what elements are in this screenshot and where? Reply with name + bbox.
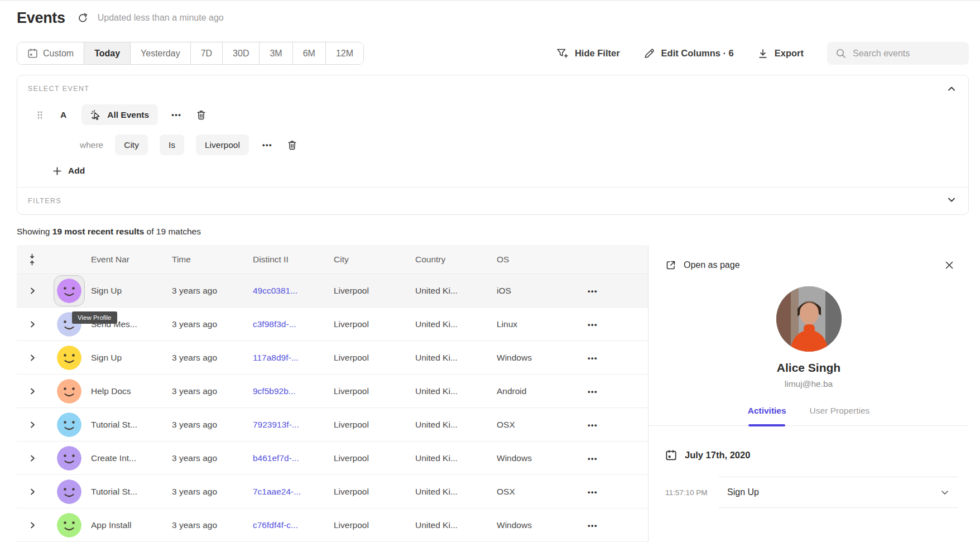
events-page: Events Updated less than a minute ago Cu…	[0, 1, 980, 542]
event-more-button[interactable]: •••	[171, 111, 181, 119]
country-cell: United Ki...	[415, 420, 497, 430]
table-row[interactable]: App Install 3 years ago c76fdf4f-c... Li…	[17, 509, 648, 542]
date-range-6m[interactable]: 6M	[292, 42, 325, 64]
row-actions-button[interactable]: •••	[588, 354, 598, 362]
row-expander[interactable]	[17, 353, 47, 362]
event-selector-chip[interactable]: All Events	[81, 104, 158, 125]
column-header-os[interactable]: OS	[497, 255, 581, 265]
city-cell: Liverpool	[334, 353, 415, 363]
filters-section[interactable]: FILTERS	[17, 188, 968, 214]
row-expander[interactable]	[17, 420, 47, 429]
user-avatar[interactable]	[57, 446, 81, 471]
open-as-page-button[interactable]: Open as page	[665, 260, 740, 271]
filters-label: FILTERS	[28, 197, 61, 205]
add-label: Add	[68, 166, 85, 176]
row-actions-button[interactable]: •••	[588, 454, 598, 463]
filter-property-chip[interactable]: City	[115, 135, 148, 155]
event-name: Help Docs	[91, 386, 172, 396]
select-event-label: SELECT EVENT	[28, 85, 968, 93]
user-avatar[interactable]	[54, 275, 85, 306]
column-header-time[interactable]: Time	[172, 255, 253, 265]
distinct-id-link[interactable]: 49cc0381...	[253, 286, 334, 296]
user-avatar[interactable]	[57, 379, 81, 404]
delete-event-button[interactable]	[196, 109, 206, 121]
row-expander[interactable]	[17, 320, 47, 329]
export-label: Export	[775, 48, 804, 59]
user-avatar[interactable]	[57, 479, 81, 504]
distinct-id-link[interactable]: 9cf5b92b...	[253, 386, 334, 396]
date-range-today[interactable]: Today	[84, 42, 130, 64]
table-row[interactable]: Tutorial St... 3 years ago 7923913f-... …	[17, 408, 648, 442]
profile-panel: Open as page	[648, 245, 969, 542]
row-actions-button[interactable]: •••	[588, 387, 598, 396]
expand-filters-button[interactable]	[947, 195, 957, 204]
results-count: 19 most recent results	[52, 227, 145, 236]
date-range-3m[interactable]: 3M	[259, 42, 292, 64]
open-as-page-label: Open as page	[684, 260, 740, 270]
distinct-id-link[interactable]: c76fdf4f-c...	[253, 520, 334, 530]
table-row[interactable]: Help Docs 3 years ago 9cf5b92b... Liverp…	[17, 375, 648, 408]
event-time: 3 years ago	[172, 319, 253, 329]
tab-user-properties[interactable]: User Properties	[809, 406, 871, 425]
row-expander[interactable]	[17, 521, 47, 530]
country-cell: United Ki...	[415, 453, 497, 463]
table-row[interactable]: Sign Up 3 years ago 117a8d9f-... Liverpo…	[17, 341, 648, 375]
view-profile-tooltip: View Profile	[72, 311, 117, 324]
column-header-distinct-id[interactable]: Distinct II	[253, 255, 334, 265]
table-row[interactable]: Tutorial St... 3 years ago 7c1aae24-... …	[17, 475, 648, 509]
close-panel-button[interactable]	[944, 260, 954, 270]
table-row[interactable]: Create Int... 3 years ago b461ef7d-... L…	[17, 442, 648, 475]
filter-more-button[interactable]: •••	[262, 141, 272, 149]
chevron-right-icon	[28, 454, 36, 463]
add-event-button[interactable]: Add	[52, 166, 85, 176]
export-button[interactable]: Export	[757, 48, 804, 59]
date-range-7d[interactable]: 7D	[190, 42, 222, 64]
row-expander[interactable]	[17, 286, 47, 295]
filter-operator-chip[interactable]: Is	[160, 135, 184, 155]
distinct-id-link[interactable]: 117a8d9f-...	[253, 353, 334, 363]
user-avatar[interactable]	[57, 346, 81, 370]
row-actions-button[interactable]: •••	[588, 287, 598, 295]
date-range-yesterday[interactable]: Yesterday	[130, 42, 190, 64]
row-actions-button[interactable]: •••	[588, 421, 598, 429]
updated-status: Updated less than a minute ago	[98, 13, 224, 23]
user-avatar[interactable]	[57, 413, 81, 437]
date-range-30d[interactable]: 30D	[222, 42, 259, 64]
column-header-country[interactable]: Country	[415, 255, 497, 265]
activity-date-row: July 17th, 2020	[665, 449, 969, 461]
distinct-id-link[interactable]: c3f98f3d-...	[253, 319, 334, 329]
event-name: Sign Up	[91, 353, 172, 363]
activity-event-row[interactable]: Sign Up	[719, 477, 958, 508]
row-actions-button[interactable]: •••	[588, 488, 598, 496]
search-box	[827, 42, 969, 65]
column-header-city[interactable]: City	[334, 255, 415, 265]
hide-filter-button[interactable]: Hide Filter	[556, 47, 620, 59]
refresh-icon	[78, 13, 88, 23]
date-range-12m[interactable]: 12M	[325, 42, 363, 64]
row-expander[interactable]	[17, 387, 47, 396]
drag-handle[interactable]	[37, 111, 43, 119]
collapse-card-button[interactable]	[947, 84, 957, 93]
distinct-id-link[interactable]: b461ef7d-...	[253, 453, 334, 463]
row-expander[interactable]	[17, 487, 47, 496]
collapse-rows-icon[interactable]	[28, 253, 36, 266]
tab-activities[interactable]: Activities	[747, 406, 787, 425]
distinct-id-link[interactable]: 7923913f-...	[253, 420, 334, 430]
chevron-right-icon	[28, 353, 36, 362]
row-expander[interactable]	[17, 454, 47, 463]
event-name: Tutorial St...	[91, 420, 172, 430]
search-input[interactable]	[827, 42, 969, 65]
edit-columns-button[interactable]: Edit Columns · 6	[643, 47, 734, 59]
delete-filter-button[interactable]	[287, 140, 297, 151]
add-row: Add	[52, 166, 968, 176]
column-header-event-name[interactable]: Event Nar	[91, 255, 172, 265]
user-avatar[interactable]	[57, 513, 81, 538]
refresh-button[interactable]	[78, 13, 88, 23]
date-range-custom[interactable]: Custom	[17, 42, 84, 64]
distinct-id-link[interactable]: 7c1aae24-...	[253, 487, 334, 497]
table-row[interactable]: Sign Up 3 years ago 49cc0381... Liverpoo…	[17, 274, 648, 308]
row-actions-button[interactable]: •••	[588, 521, 598, 530]
row-actions-button[interactable]: •••	[588, 320, 598, 329]
filter-value-chip[interactable]: Liverpool	[196, 135, 249, 155]
profile-name: Alice Singh	[648, 361, 969, 375]
